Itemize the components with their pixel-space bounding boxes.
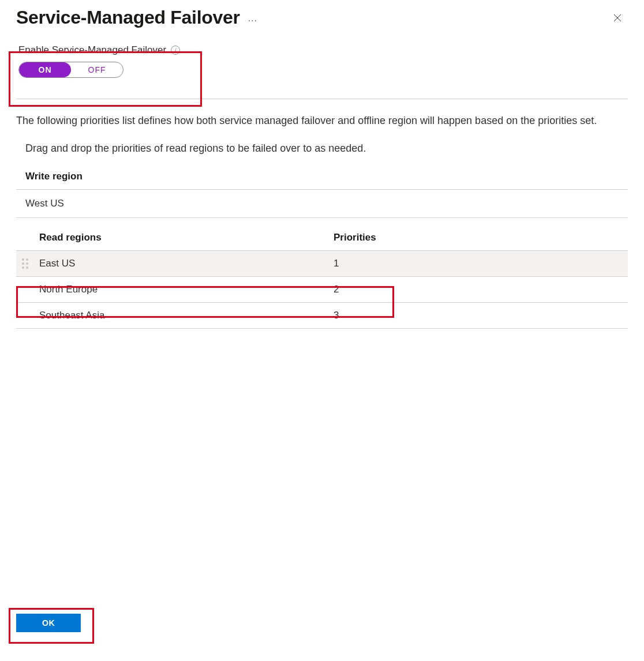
write-region-heading: Write region <box>16 171 628 190</box>
description-text: The following priorities list defines ho… <box>16 113 628 129</box>
read-region-row[interactable]: North Europe2 <box>16 277 628 303</box>
read-region-name: North Europe <box>39 284 328 295</box>
toggle-on: ON <box>19 62 71 77</box>
close-icon <box>612 13 623 23</box>
close-button[interactable] <box>607 7 628 28</box>
enable-toggle-section: Enable Service-Managed Failover i ON OFF <box>16 44 628 78</box>
read-region-name: East US <box>39 258 328 269</box>
info-icon[interactable]: i <box>171 46 180 55</box>
page-title: Service-Managed Failover <box>16 7 240 28</box>
toggle-off: OFF <box>71 65 123 74</box>
read-regions-header: Read regions Priorities <box>16 232 628 251</box>
failover-panel: Service-Managed Failover ··· Enable Serv… <box>0 0 644 661</box>
read-regions-list: East US1North Europe2Southeast Asia3 <box>16 251 628 329</box>
write-region-row: West US <box>16 190 628 218</box>
header: Service-Managed Failover ··· <box>16 7 628 28</box>
read-region-priority: 3 <box>328 310 628 321</box>
ok-button[interactable]: OK <box>16 614 81 632</box>
divider <box>16 99 628 99</box>
sub-description-text: Drag and drop the priorities of read reg… <box>25 141 628 156</box>
header-left: Service-Managed Failover ··· <box>16 7 257 28</box>
more-options-icon[interactable]: ··· <box>248 10 257 26</box>
read-region-priority: 2 <box>328 284 628 295</box>
footer: OK <box>16 614 81 632</box>
read-region-row[interactable]: East US1 <box>16 251 628 277</box>
priorities-col-heading: Priorities <box>328 232 628 243</box>
region-tables: Write region West US Read regions Priori… <box>16 171 628 329</box>
read-region-row[interactable]: Southeast Asia3 <box>16 303 628 329</box>
enable-toggle[interactable]: ON OFF <box>18 62 123 78</box>
toggle-label: Enable Service-Managed Failover <box>18 44 166 56</box>
drag-handle-icon[interactable] <box>16 258 39 269</box>
read-regions-col-heading: Read regions <box>16 232 328 243</box>
read-region-priority: 1 <box>328 258 628 269</box>
read-region-name: Southeast Asia <box>39 310 328 321</box>
toggle-label-row: Enable Service-Managed Failover i <box>18 44 628 56</box>
